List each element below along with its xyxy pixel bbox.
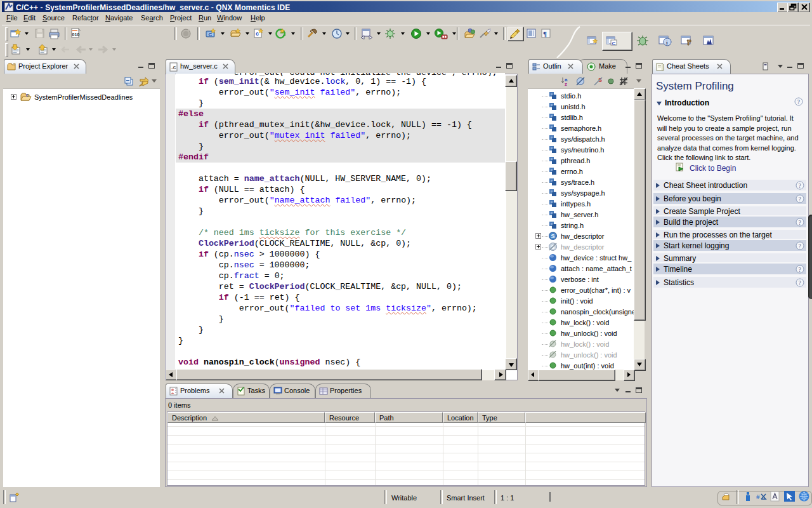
svg-text:010: 010	[72, 32, 80, 37]
svg-text:?: ?	[799, 266, 802, 273]
svg-text:S: S	[551, 233, 554, 239]
svg-text:C: C	[612, 41, 616, 46]
svg-text:?: ?	[799, 243, 802, 250]
svg-text:?: ?	[799, 219, 802, 226]
svg-text:?: ?	[799, 279, 802, 286]
svg-text:?: ?	[799, 196, 802, 203]
svg-text:z: z	[565, 81, 567, 86]
svg-text:#: #	[756, 493, 760, 500]
svg-text:c: c	[256, 30, 259, 37]
svg-text:.c: .c	[171, 64, 176, 70]
svg-text:c: c	[26, 93, 29, 97]
svg-text:?: ?	[799, 182, 802, 189]
svg-text:?: ?	[797, 98, 801, 105]
svg-text:¶: ¶	[543, 30, 547, 37]
